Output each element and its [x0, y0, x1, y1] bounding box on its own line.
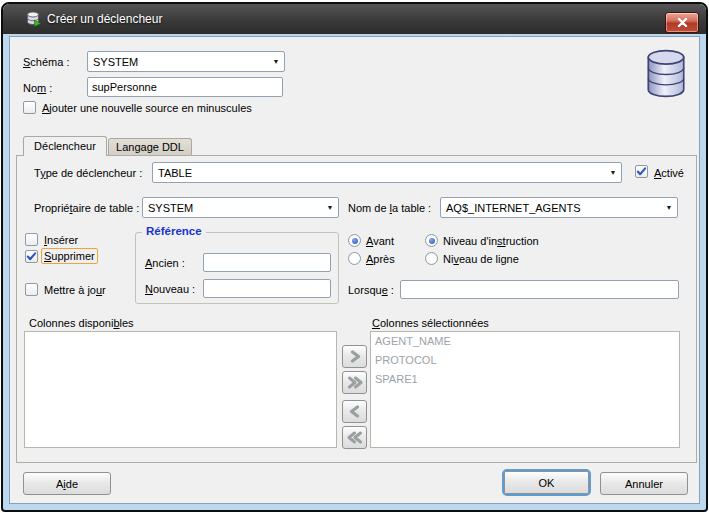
- enabled-checkbox[interactable]: [635, 165, 648, 178]
- selected-columns-list[interactable]: AGENT_NAME PROTOCOL SPARE1: [370, 331, 680, 448]
- check-icon: [26, 251, 37, 262]
- close-button[interactable]: [665, 12, 699, 33]
- tab-langage-ddl[interactable]: Langage DDL: [108, 138, 192, 156]
- dialog-title: Créer un déclencheur: [47, 12, 162, 26]
- table-owner-label: Propriétaire de table :: [34, 201, 139, 215]
- radio-dot-icon: [429, 238, 435, 244]
- list-item[interactable]: SPARE1: [371, 370, 679, 389]
- list-item[interactable]: PROTOCOL: [371, 351, 679, 370]
- chevron-down-icon: ▼: [661, 204, 677, 211]
- trigger-tab-panel: Type de déclencheur : TABLE ▼ Activé Pro…: [16, 155, 697, 463]
- new-reference-label: Nouveau :: [145, 282, 195, 296]
- delete-label: Supprimer: [41, 248, 98, 264]
- close-icon: [677, 18, 688, 27]
- chevron-down-icon: ▼: [322, 204, 338, 211]
- double-chevron-right-icon: [347, 376, 363, 389]
- available-columns-list[interactable]: [24, 331, 337, 448]
- help-button[interactable]: Aide: [23, 472, 111, 495]
- ok-button-focus-ring: OK: [502, 469, 591, 496]
- double-chevron-left-icon: [347, 431, 363, 444]
- trigger-type-value: TABLE: [153, 167, 605, 179]
- update-label: Mettre à jour: [44, 283, 106, 297]
- title-bar: Créer un déclencheur: [3, 4, 706, 34]
- check-icon: [636, 166, 647, 177]
- selected-columns-label: Colonnes sélectionnées: [372, 316, 489, 330]
- when-label: Lorsque :: [348, 283, 394, 297]
- update-checkbox[interactable]: [25, 283, 38, 296]
- trigger-dialog-icon: [26, 11, 42, 27]
- list-item[interactable]: AGENT_NAME: [371, 332, 679, 351]
- radio-dot-icon: [352, 238, 358, 244]
- insert-checkbox[interactable]: [25, 233, 38, 246]
- table-name-value: AQ$_INTERNET_AGENTS: [441, 202, 661, 214]
- old-reference-input[interactable]: [203, 253, 331, 272]
- enabled-label: Activé: [654, 166, 684, 180]
- name-label: Nom :: [23, 81, 52, 95]
- move-all-left-button[interactable]: [342, 426, 367, 449]
- when-input[interactable]: [400, 280, 679, 299]
- after-radio[interactable]: [348, 252, 361, 265]
- lowercase-checkbox[interactable]: [23, 101, 36, 114]
- cancel-button[interactable]: Annuler: [600, 472, 688, 495]
- before-radio[interactable]: [348, 234, 361, 247]
- schema-label: Schéma :: [23, 55, 69, 69]
- ok-button[interactable]: OK: [504, 471, 589, 494]
- chevron-left-icon: [349, 405, 361, 418]
- schema-combobox[interactable]: SYSTEM ▼: [87, 51, 285, 72]
- database-icon: [645, 49, 687, 99]
- move-right-button[interactable]: [342, 345, 367, 368]
- move-left-button[interactable]: [342, 400, 367, 423]
- delete-checkbox[interactable]: [25, 250, 38, 263]
- chevron-right-icon: [349, 350, 361, 363]
- table-owner-combobox[interactable]: SYSTEM ▼: [142, 197, 339, 218]
- available-columns-label: Colonnes disponibles: [29, 316, 134, 330]
- move-all-right-button[interactable]: [342, 371, 367, 394]
- statement-level-label: Niveau d'instruction: [443, 234, 539, 248]
- row-level-radio[interactable]: [425, 252, 438, 265]
- reference-title: Référence: [142, 225, 206, 237]
- lowercase-label: Ajouter une nouvelle source en minuscule…: [42, 101, 252, 115]
- before-label: Avant: [366, 234, 394, 248]
- insert-label: Insérer: [44, 233, 78, 247]
- dialog-window: Créer un déclencheur Schéma : SYSTEM ▼ N…: [1, 2, 708, 512]
- reference-groupbox: Référence Ancien : Nouveau :: [135, 232, 339, 304]
- new-reference-input[interactable]: [203, 279, 331, 298]
- trigger-type-combobox[interactable]: TABLE ▼: [152, 162, 622, 183]
- table-owner-value: SYSTEM: [143, 202, 322, 214]
- table-name-combobox[interactable]: AQ$_INTERNET_AGENTS ▼: [440, 197, 678, 218]
- statement-level-radio[interactable]: [425, 234, 438, 247]
- row-level-label: Niveau de ligne: [443, 252, 519, 266]
- old-reference-label: Ancien :: [145, 256, 185, 270]
- dialog-body: Schéma : SYSTEM ▼ Nom : Ajouter une nouv…: [9, 36, 700, 504]
- trigger-type-label: Type de déclencheur :: [34, 166, 142, 180]
- table-name-label: Nom de la table :: [348, 201, 431, 215]
- chevron-down-icon: ▼: [268, 58, 284, 65]
- schema-value: SYSTEM: [88, 56, 268, 68]
- name-input[interactable]: [87, 77, 283, 97]
- after-label: Après: [366, 252, 395, 266]
- chevron-down-icon: ▼: [605, 169, 621, 176]
- tab-declencheur[interactable]: Déclencheur: [23, 136, 107, 156]
